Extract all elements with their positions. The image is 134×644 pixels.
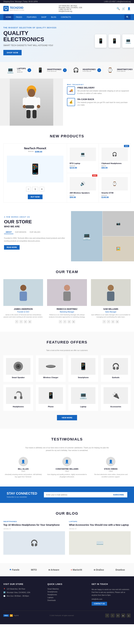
offer-laptop-name: Laptop bbox=[71, 406, 96, 408]
cat-headphone-btn[interactable]: + bbox=[97, 68, 101, 72]
cat-laptop-price: From $349.00 bbox=[17, 70, 26, 73]
store-tab-values[interactable]: OUR VALUES bbox=[28, 230, 42, 234]
testimonial-bill: 👤 BILL ALLEN Client Absolutely amazing s… bbox=[3, 457, 43, 478]
why-feature-delivery: 🚚 FREE DELIVERY We provide fast and reli… bbox=[67, 86, 130, 95]
svg-point-24 bbox=[46, 365, 55, 367]
google-icon[interactable]: g bbox=[28, 320, 32, 323]
nav-blog[interactable]: BLOG bbox=[49, 14, 58, 20]
cat-laptop-btn[interactable]: + bbox=[28, 68, 31, 72]
twitter-icon-sam[interactable]: t bbox=[107, 320, 110, 323]
footer-contact-title: GET IN TOUCH bbox=[92, 583, 131, 585]
newsletter-email-input[interactable] bbox=[44, 492, 110, 498]
newsletter-section: STAY CONNECTED Subscribe to our newslett… bbox=[0, 486, 134, 503]
blog-post2-title[interactable]: What Accessories You Should Use with a N… bbox=[69, 524, 131, 527]
nav-contacts[interactable]: CONTACTS bbox=[58, 14, 73, 20]
cat-smartphones: 📱 SMARTPHONES From $219.00 + bbox=[33, 65, 69, 76]
offers-subtitle: Take a look at the most products we offe… bbox=[3, 350, 131, 351]
svg-rect-15 bbox=[20, 292, 27, 301]
team-rebecca-social: f t y g bbox=[47, 320, 87, 323]
hero-subtitle: SMART TECH GADGETS THAT WILL ASTOUND YOU… bbox=[3, 44, 67, 46]
top-bar: Shipping Error: Message | Today: 08:00-1… bbox=[0, 0, 134, 3]
store-tag: A FEW WORDS ABOUT US bbox=[4, 216, 67, 218]
youtube-icon-sam[interactable]: y bbox=[111, 320, 114, 323]
blog-post-1: Smartphones Top 10 Wireless Headphones f… bbox=[3, 521, 65, 555]
quantity-input[interactable] bbox=[32, 187, 38, 192]
youtube-icon-rebecca[interactable]: y bbox=[68, 320, 71, 323]
offer-charger-name: Wireless Charger bbox=[38, 376, 63, 378]
store-img-top-right: 📷 bbox=[103, 211, 134, 236]
footer-link-laptops[interactable]: Laptops bbox=[48, 596, 86, 598]
svg-rect-7 bbox=[23, 98, 26, 106]
hero-cta-button[interactable]: SHOP NOW bbox=[3, 50, 22, 55]
offer-accessories-image: 🔌 bbox=[104, 387, 128, 404]
store-images: 💻 📷 🖼️ bbox=[71, 211, 134, 261]
bill-text: Absolutely amazing service and products.… bbox=[3, 473, 43, 478]
svg-rect-11 bbox=[26, 105, 34, 108]
footer-google-icon[interactable]: g bbox=[127, 614, 131, 618]
footer-contact-text: We are happy to assist our new and old c… bbox=[92, 588, 131, 596]
product-smartwatch: ⌚ Smartio GT48 $199.00 $149.98 bbox=[99, 173, 131, 202]
team-rebecca-role: Marketing Manager bbox=[47, 311, 87, 313]
facebook-icon-sam[interactable]: f bbox=[102, 320, 106, 323]
nav-pages[interactable]: PAGES bbox=[14, 14, 24, 20]
store-tab-about[interactable]: ABOUT bbox=[4, 230, 14, 234]
footer-facebook-icon[interactable]: f bbox=[105, 614, 109, 618]
google-icon-sam[interactable]: g bbox=[116, 320, 119, 323]
hero-content: THE BIGGEST SELECTION OF QUALITY DEVICES… bbox=[3, 27, 67, 55]
footer-twitter-icon[interactable]: t bbox=[110, 614, 114, 618]
team-grid: JAMES ANDERSON Founder & CEO James is th… bbox=[3, 279, 131, 323]
blog-section: OUR BLOG Smartphones Top 10 Wireless Hea… bbox=[0, 503, 134, 563]
blog-post1-title[interactable]: Top 10 Wireless Headphones for Your Smar… bbox=[3, 524, 65, 527]
offer-smartphone: 📱 Smartphone bbox=[68, 355, 98, 382]
speakers-name: AIR Wireless Speakers bbox=[70, 192, 96, 194]
svg-point-22 bbox=[17, 366, 19, 368]
footer-link-headphones[interactable]: Headphones bbox=[48, 594, 86, 596]
nav-home[interactable]: HOME bbox=[3, 14, 14, 20]
newsletter-subscribe-button[interactable]: SUBSCRIBE bbox=[110, 492, 127, 498]
google-icon-rebecca[interactable]: g bbox=[72, 320, 75, 323]
youtube-icon[interactable]: y bbox=[24, 320, 27, 323]
nav-features[interactable]: FEATURES bbox=[24, 14, 39, 20]
facebook-icon[interactable]: f bbox=[15, 320, 18, 323]
blog-post-2: Laptops What Accessories You Should Use … bbox=[69, 521, 131, 555]
offer-phone2-image: 📱 bbox=[38, 387, 63, 404]
footer-instagram-icon[interactable]: in bbox=[116, 614, 120, 618]
twitter-icon-rebecca[interactable]: t bbox=[63, 320, 66, 323]
offer-phone2: 📱 Phone bbox=[36, 384, 66, 411]
cart-icon[interactable]: 🛒 bbox=[122, 7, 125, 10]
footer-hours: 🕐 Mon-Sun: 09:00am - 08:00pm bbox=[3, 595, 42, 597]
footer-link-smartphones[interactable]: Smartphones bbox=[48, 591, 86, 593]
search-icon[interactable]: 🔍 bbox=[116, 7, 120, 10]
why-cashback-title: 5% CASH BACK bbox=[78, 98, 130, 100]
store-tab-mission[interactable]: OUR MISSION bbox=[14, 230, 28, 234]
twitter-icon[interactable]: t bbox=[20, 320, 23, 323]
footer-youtube-icon[interactable]: ▶ bbox=[121, 614, 125, 618]
footer-link-downloads[interactable]: Downloads bbox=[48, 600, 86, 601]
qty-increase-button[interactable]: + bbox=[40, 187, 44, 192]
cat-headphone-image: 🎧 bbox=[71, 66, 81, 74]
team-sam-photo bbox=[91, 279, 131, 306]
facebook-icon-rebecca[interactable]: f bbox=[59, 320, 62, 323]
featured-price-new: $399.00 bbox=[35, 150, 42, 153]
footer: VISIT OUR STORE 📍 123 Street Ave, 5th Fl… bbox=[0, 576, 134, 624]
footer-contact-button[interactable]: CONTACT US bbox=[92, 602, 107, 606]
cat-phone-price: From $219.00 bbox=[47, 70, 62, 72]
testimonials-grid: 👤 BILL ALLEN Client Absolutely amazing s… bbox=[3, 457, 131, 478]
cat-phone-btn[interactable]: + bbox=[63, 68, 67, 72]
nav-search-button[interactable]: 🔍 bbox=[124, 15, 131, 20]
nav-shop[interactable]: SHOP bbox=[39, 14, 49, 20]
logo[interactable]: TECHZOID ELECTRONICS STORE bbox=[3, 6, 24, 11]
location-icon: 📍 bbox=[3, 588, 5, 590]
team-rebecca-desc: Rebecca is our chief Marketing Manager w… bbox=[47, 314, 87, 318]
qty-decrease-button[interactable]: − bbox=[26, 187, 31, 192]
footer-link-smartwatches[interactable]: Smart Watches bbox=[48, 588, 86, 590]
user-icon[interactable]: 👤 bbox=[127, 7, 131, 10]
view-more-button[interactable]: VIEW MORE bbox=[57, 415, 77, 420]
store-read-more-button[interactable]: READ MORE bbox=[4, 245, 20, 250]
featured-product-name: NewTech PhoneX bbox=[24, 147, 46, 150]
constantine-role: Client bbox=[47, 470, 87, 472]
constantine-name: CONSTANTINE WILLIAMS bbox=[47, 468, 87, 470]
product-headphones: NEW 🎧 Clipboard Headphones $89.00 $59.99 bbox=[99, 144, 131, 173]
newsletter-subtitle: Subscribe to our newsletter bbox=[7, 496, 37, 498]
buy-now-button[interactable]: BUY NOW bbox=[28, 194, 43, 199]
